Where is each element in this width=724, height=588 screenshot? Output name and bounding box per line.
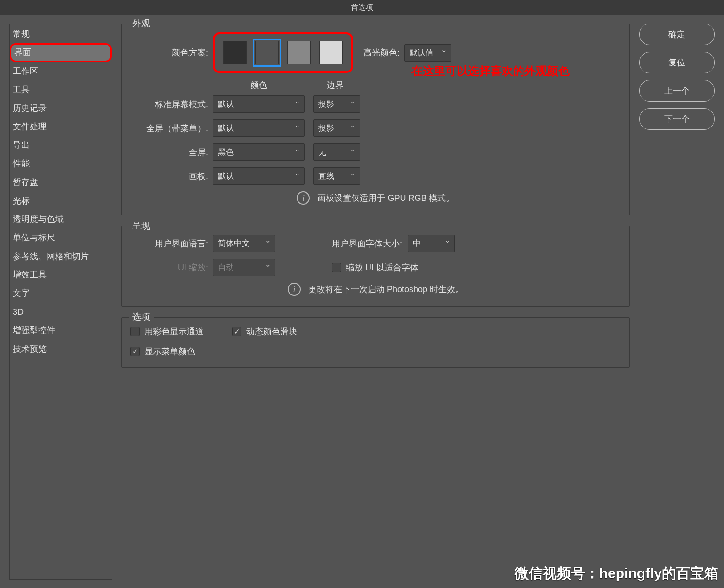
screen-mode-border-select-2[interactable]: 无 <box>313 143 360 161</box>
sidebar-item-4[interactable]: 历史记录 <box>10 99 112 118</box>
screen-mode-label-1: 全屏（带菜单）: <box>130 123 213 134</box>
column-header-border: 边界 <box>313 79 357 91</box>
screen-mode-color-select-1[interactable]: 默认 <box>213 119 305 137</box>
watermark-text: 微信视频号：hepingfly的百宝箱 <box>515 564 718 583</box>
column-header-color: 颜色 <box>213 79 305 91</box>
screen-mode-color-select-2[interactable]: 黑色 <box>213 143 305 161</box>
font-size-select[interactable]: 中 <box>408 235 455 252</box>
restart-note: 更改将在下一次启动 Photoshop 时生效。 <box>308 284 464 295</box>
gpu-note: 画板设置仅适用于 GPU RGB 模式。 <box>317 192 454 204</box>
checkbox-icon <box>130 327 140 336</box>
appearance-legend: 外观 <box>129 17 154 30</box>
screen-mode-label-2: 全屏: <box>130 147 213 158</box>
checkbox-icon <box>130 347 140 356</box>
sidebar-item-10[interactable]: 透明度与色域 <box>10 210 112 229</box>
dynamic-sliders-checkbox[interactable]: 动态颜色滑块 <box>232 326 297 337</box>
ui-scale-select: 自动 <box>213 259 275 276</box>
sidebar-item-13[interactable]: 增效工具 <box>10 266 112 284</box>
sidebar-item-11[interactable]: 单位与标尺 <box>10 229 112 247</box>
color-swatch-1[interactable] <box>255 41 279 64</box>
sidebar-item-6[interactable]: 导出 <box>10 136 112 154</box>
prev-button[interactable]: 上一个 <box>639 80 715 102</box>
sidebar-item-5[interactable]: 文件处理 <box>10 118 112 136</box>
scale-ui-fit-checkbox[interactable]: 缩放 UI 以适合字体 <box>332 262 418 273</box>
ui-scale-label: UI 缩放: <box>130 262 213 273</box>
color-channels-checkbox[interactable]: 用彩色显示通道 <box>130 326 204 337</box>
info-icon: i <box>297 191 310 205</box>
screen-mode-label-0: 标准屏幕模式: <box>130 99 213 110</box>
color-swatch-3[interactable] <box>319 41 343 64</box>
screen-mode-border-select-1[interactable]: 投影 <box>313 119 360 137</box>
sidebar: 常规界面工作区工具历史记录文件处理导出性能暂存盘光标透明度与色域单位与标尺参考线… <box>9 24 112 580</box>
show-menu-colors-checkbox[interactable]: 显示菜单颜色 <box>130 346 195 357</box>
options-group: 选项 用彩色显示通道 动态颜色滑块 显示菜单颜色 <box>121 317 630 368</box>
highlight-color-label: 高光颜色: <box>363 47 400 58</box>
ui-language-label: 用户界面语言: <box>130 238 213 249</box>
color-scheme-swatches <box>223 41 343 64</box>
color-swatch-2[interactable] <box>287 41 311 64</box>
color-scheme-red-annotation-box <box>213 32 353 73</box>
presentation-group: 呈现 用户界面语言: 简体中文 用户界面字体大小: 中 UI 缩放: 自动 缩放… <box>121 226 630 307</box>
sidebar-item-14[interactable]: 文字 <box>10 284 112 302</box>
screen-mode-border-select-3[interactable]: 直线 <box>313 167 360 185</box>
next-button[interactable]: 下一个 <box>639 108 715 130</box>
sidebar-item-7[interactable]: 性能 <box>10 155 112 173</box>
options-legend: 选项 <box>129 311 154 323</box>
screen-mode-label-3: 画板: <box>130 171 213 182</box>
info-icon: i <box>288 283 301 296</box>
reset-button[interactable]: 复位 <box>639 52 715 73</box>
button-column: 确定 复位 上一个 下一个 <box>639 24 715 580</box>
sidebar-item-0[interactable]: 常规 <box>10 25 112 43</box>
checkbox-icon <box>232 327 241 336</box>
sidebar-item-3[interactable]: 工具 <box>10 80 112 99</box>
font-size-label: 用户界面字体大小: <box>332 238 402 249</box>
ok-button[interactable]: 确定 <box>639 24 715 45</box>
highlight-color-select[interactable]: 默认值 <box>404 44 451 62</box>
checkbox-icon <box>332 263 341 272</box>
screen-mode-color-select-3[interactable]: 默认 <box>213 167 305 185</box>
screen-mode-border-select-0[interactable]: 投影 <box>313 95 360 113</box>
sidebar-item-16[interactable]: 增强型控件 <box>10 321 112 340</box>
color-swatch-0[interactable] <box>223 41 247 64</box>
screen-mode-color-select-0[interactable]: 默认 <box>213 95 305 113</box>
annotation-text: 在这里可以选择喜欢的外观颜色 <box>411 64 570 79</box>
ui-language-select[interactable]: 简体中文 <box>213 235 275 252</box>
sidebar-item-9[interactable]: 光标 <box>10 192 112 210</box>
sidebar-item-15[interactable]: 3D <box>10 303 112 321</box>
sidebar-item-2[interactable]: 工作区 <box>10 62 112 80</box>
sidebar-item-17[interactable]: 技术预览 <box>10 340 112 358</box>
appearance-group: 外观 颜色方案: 高光颜色: 默认值 在这里可以选择喜欢的外观颜色 颜色 边界 <box>121 24 630 215</box>
sidebar-item-1[interactable]: 界面 <box>10 43 112 62</box>
presentation-legend: 呈现 <box>129 220 154 232</box>
sidebar-item-12[interactable]: 参考线、网格和切片 <box>10 247 112 266</box>
window-title: 首选项 <box>0 0 724 15</box>
sidebar-item-8[interactable]: 暂存盘 <box>10 173 112 191</box>
color-scheme-label: 颜色方案: <box>130 47 213 58</box>
